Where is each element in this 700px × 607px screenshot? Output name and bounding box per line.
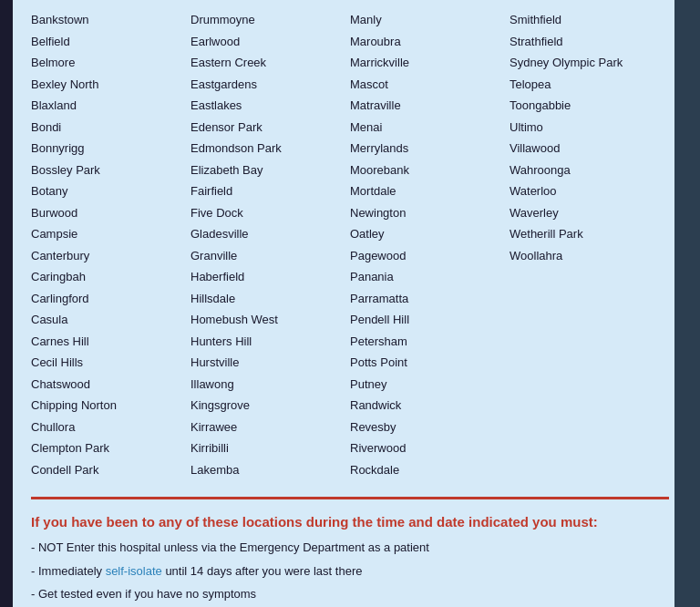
suburb-name: Kirrawee [190,417,350,438]
suburb-name: Hillsdale [190,288,350,310]
suburb-name: Blaxland [31,95,190,117]
suburb-name: Telopea [510,74,669,96]
suburb-name: Chipping Norton [31,395,190,417]
warning-section: If you have been to any of these locatio… [31,510,669,607]
suburb-name: Petersham [350,331,510,353]
suburb-name: Oatley [350,223,510,245]
suburb-name: Menai [350,117,510,139]
divider [31,497,669,499]
suburb-name: Putney [350,374,510,396]
suburb-name: Rockdale [350,459,510,481]
suburb-name: Belfield [31,31,190,53]
suburb-name: Eastlakes [190,95,350,117]
suburb-name: Wetherill Park [510,223,669,245]
suburb-name: Toongabbie [510,95,669,117]
suburb-name: Edmondson Park [190,138,350,159]
suburb-name: Merrylands [350,138,510,159]
right-bar [674,0,700,607]
suburb-name: Cecil Hills [31,352,190,374]
suburb-name: Burwood [31,202,190,224]
suburb-name: Ultimo [510,117,669,139]
suburb-name: Potts Point [350,352,510,374]
suburb-name: Clempton Park [31,437,190,459]
warning-items: - NOT Enter this hospital unless via the… [31,539,669,607]
suburb-name: Strathfield [510,31,669,53]
suburb-name: Matraville [350,95,510,117]
suburb-name: Woollahra [510,245,669,267]
suburb-column-3: ManlyMaroubraMarrickvilleMascotMatravill… [350,9,510,480]
suburb-name: Waterloo [510,180,669,202]
suburb-name: Bondi [31,117,190,139]
suburb-name: Caringbah [31,266,190,288]
suburb-name: Eastern Creek [190,52,350,74]
suburb-name: Chullora [31,417,190,438]
suburb-name: Mascot [350,74,510,96]
suburb-name: Pendell Hill [350,309,510,331]
suburb-name: Bankstown [31,9,190,31]
warning-item-3: - Get tested even if you have no symptom… [31,585,669,603]
suburb-name: Revesby [350,417,510,438]
suburb-name: Kingsgrove [190,395,350,417]
suburb-name: Granville [190,245,350,267]
suburb-name: Pagewood [350,245,510,267]
suburb-name: Parramatta [350,288,510,310]
suburb-name: Haberfield [190,266,350,288]
suburb-name: Five Dock [190,202,350,224]
warning-item-2: - Immediately self-isolate until 14 days… [31,562,669,581]
suburb-name: Botany [31,180,190,202]
suburb-name: Casula [31,309,190,331]
suburb-name: Sydney Olympic Park [510,52,669,74]
suburb-name: Homebush West [190,309,350,331]
suburb-name: Condell Park [31,459,190,481]
suburb-name: Marrickville [350,52,510,74]
screen-container: BankstownBelfieldBelmoreBexley NorthBlax… [13,0,687,607]
suburb-name: Lakemba [190,459,350,481]
suburb-column-4: SmithfieldStrathfieldSydney Olympic Park… [510,9,669,480]
suburb-name: Chatswood [31,374,190,396]
suburb-name: Bonnyrigg [31,138,190,159]
suburb-name: Bossley Park [31,159,190,181]
suburb-name: Wahroonga [510,159,669,181]
suburb-name: Elizabeth Bay [190,159,350,181]
suburb-name: Randwick [350,395,510,417]
suburb-name: Belmore [31,52,190,74]
suburb-column-2: DrummoyneEarlwoodEastern CreekEastgarden… [190,9,350,480]
suburb-name: Hunters Hill [190,331,350,353]
suburb-name: Campsie [31,223,190,245]
suburb-name: Riverwood [350,437,510,459]
suburb-name: Earlwood [190,31,350,53]
suburb-name: Waverley [510,202,669,224]
suburb-name: Eastgardens [190,74,350,96]
suburb-name: Carnes Hill [31,331,190,353]
suburb-column-1: BankstownBelfieldBelmoreBexley NorthBlax… [31,9,190,480]
suburb-name: Maroubra [350,31,510,53]
warning-item-1: - NOT Enter this hospital unless via the… [31,539,669,557]
suburb-name: Smithfield [510,9,669,31]
suburb-name: Villawood [510,138,669,159]
suburb-name: Illawong [190,374,350,396]
suburb-name: Moorebank [350,159,510,181]
suburb-name: Panania [350,266,510,288]
suburb-name: Manly [350,9,510,31]
highlight-text: self-isolate [106,564,162,578]
warning-title: If you have been to any of these locatio… [31,514,669,530]
suburb-name: Kirribilli [190,437,350,459]
suburb-name: Gladesville [190,223,350,245]
suburb-name: Bexley North [31,74,190,96]
suburb-name: Carlingford [31,288,190,310]
suburb-name: Fairfield [190,180,350,202]
suburb-name: Newington [350,202,510,224]
suburb-name: Mortdale [350,180,510,202]
suburb-name: Edensor Park [190,117,350,139]
suburb-name: Hurstville [190,352,350,374]
suburb-name: Canterbury [31,245,190,267]
suburb-name: Drummoyne [190,9,350,31]
suburbs-grid: BankstownBelfieldBelmoreBexley NorthBlax… [31,9,669,488]
